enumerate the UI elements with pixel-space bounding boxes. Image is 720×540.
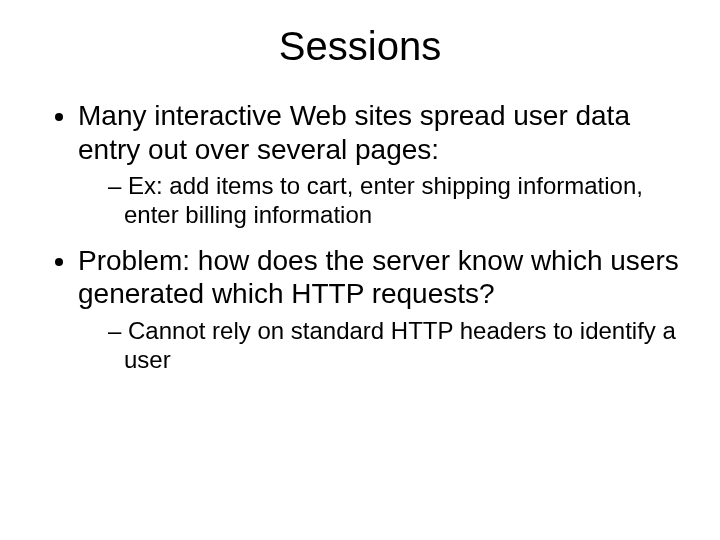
- bullet-item: Problem: how does the server know which …: [78, 244, 680, 375]
- bullet-list: Many interactive Web sites spread user d…: [40, 99, 680, 375]
- bullet-text: Problem: how does the server know which …: [78, 245, 679, 310]
- sub-bullet-item: Cannot rely on standard HTTP headers to …: [108, 317, 680, 375]
- sub-bullet-text: Ex: add items to cart, enter shipping in…: [124, 172, 643, 228]
- sub-bullet-text: Cannot rely on standard HTTP headers to …: [124, 317, 676, 373]
- sub-bullet-list: Cannot rely on standard HTTP headers to …: [78, 317, 680, 375]
- bullet-item: Many interactive Web sites spread user d…: [78, 99, 680, 230]
- bullet-text: Many interactive Web sites spread user d…: [78, 100, 630, 165]
- sub-bullet-list: Ex: add items to cart, enter shipping in…: [78, 172, 680, 230]
- slide: Sessions Many interactive Web sites spre…: [0, 0, 720, 540]
- slide-title: Sessions: [0, 0, 720, 79]
- sub-bullet-item: Ex: add items to cart, enter shipping in…: [108, 172, 680, 230]
- slide-body: Many interactive Web sites spread user d…: [0, 79, 720, 375]
